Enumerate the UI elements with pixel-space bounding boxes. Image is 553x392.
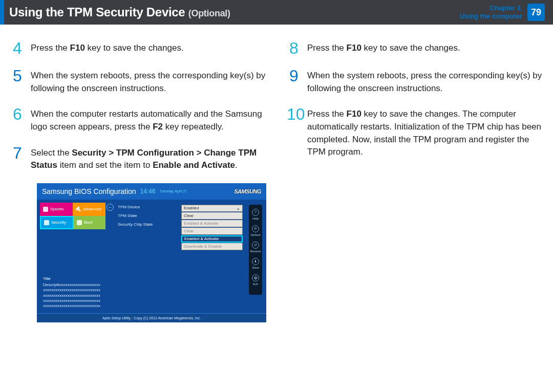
bios-screenshot: Samsung BIOS Configuration 14:46 Tuesday… xyxy=(37,183,266,322)
desc-body: Descriptionxxxxxxxxxxxxxxxxxx xxxxxxxxxx… xyxy=(43,282,100,309)
page-number-badge: 79 xyxy=(527,4,545,21)
power-icon xyxy=(77,220,82,225)
side-label: Restore xyxy=(250,250,261,253)
save-icon[interactable]: ⬇ xyxy=(252,258,259,265)
bios-footer: Aptio Setup Utility - Copy (C) 2012 Amer… xyxy=(37,313,266,322)
exit-icon[interactable]: ⏻ xyxy=(252,274,259,281)
step-7: 7 Select the Security > TPM Configuratio… xyxy=(10,145,266,172)
page-title: Using the TPM Security Device (Optional) xyxy=(4,5,230,19)
tab-label: SysInfo xyxy=(50,207,64,211)
bios-time: 14:46 xyxy=(140,188,156,195)
step-number: 9 xyxy=(287,68,301,95)
side-label: Help xyxy=(252,217,259,220)
label-chip-state: Security Chip State xyxy=(118,222,153,227)
title-subtitle: (Optional) xyxy=(188,8,230,18)
step-10: 10 Press the F10 key to save the changes… xyxy=(287,106,543,159)
restore-icon[interactable]: ↺ xyxy=(252,242,259,249)
lock-icon xyxy=(44,220,49,225)
chapter-title: Using the computer xyxy=(460,12,522,20)
title-main: Using the TPM Security Device xyxy=(9,5,185,19)
step-text: When the system reboots, press the corre… xyxy=(31,68,266,95)
step-text: When the system reboots, press the corre… xyxy=(307,68,543,95)
side-label: Save xyxy=(252,266,259,269)
field-values: Enabled ⌄ Clear Enabled & Activate Clear… xyxy=(181,205,243,295)
step-number: 6 xyxy=(10,106,25,133)
tab-label: Boot xyxy=(84,220,92,225)
label-tpm-state: TPM State xyxy=(118,213,153,218)
help-icon[interactable]: ? xyxy=(252,209,259,216)
bios-side-toolbar: ?Help ⟳Default ↺Restore ⬇Save ⏻Exit xyxy=(249,205,262,295)
step-6: 6 When the computer restarts automatical… xyxy=(10,106,266,133)
step-text: Select the Security > TPM Configuration … xyxy=(31,145,266,172)
back-icon[interactable]: ← xyxy=(107,204,114,211)
field-labels: TPM Device TPM State Security Chip State xyxy=(118,205,153,295)
chapter-info: Chapter 3. Using the computer xyxy=(460,4,522,20)
tpm-device-select[interactable]: Enabled ⌄ xyxy=(181,205,243,212)
chapter-number: Chapter 3. xyxy=(460,4,522,12)
step-8: 8 Press the F10 key to save the changes. xyxy=(287,40,543,56)
bios-description: Title Descriptionxxxxxxxxxxxxxxxxxx xxxx… xyxy=(43,276,100,309)
tab-sysinfo[interactable]: SysInfo xyxy=(40,203,73,216)
chevron-down-icon: ⌄ xyxy=(236,205,240,211)
step-4: 4 Press the F10 key to save the changes. xyxy=(10,40,266,56)
tab-boot[interactable]: Boot xyxy=(74,216,105,229)
step-number: 5 xyxy=(10,68,25,95)
dropdown-item[interactable]: Clear xyxy=(181,212,243,220)
side-label: Default xyxy=(250,233,260,236)
step-text: Press the F10 key to save the changes. T… xyxy=(307,106,543,159)
select-value: Enabled xyxy=(184,206,199,210)
wrench-icon xyxy=(76,207,81,212)
label-tpm-device: TPM Device xyxy=(118,205,153,209)
step-9: 9 When the system reboots, press the cor… xyxy=(287,68,543,95)
step-5: 5 When the system reboots, press the cor… xyxy=(10,68,266,95)
step-text: Press the F10 key to save the changes. xyxy=(31,40,184,56)
dropdown-item[interactable]: Enabled & Activate xyxy=(181,220,243,227)
home-icon xyxy=(43,207,48,212)
tab-advanced[interactable]: Advanced xyxy=(73,203,105,216)
tab-label: Security xyxy=(51,220,66,225)
step-number: 8 xyxy=(287,40,301,56)
bios-main-panel: ← TPM Device TPM State Security Chip Sta… xyxy=(108,203,263,295)
step-number: 10 xyxy=(287,106,301,159)
bios-date: Tuesday, April 27 xyxy=(160,189,187,193)
desc-title: Title xyxy=(43,276,100,281)
right-column: 8 Press the F10 key to save the changes.… xyxy=(287,40,543,322)
dropdown-item-selected[interactable]: Enabled & Activate xyxy=(181,235,243,243)
left-column: 4 Press the F10 key to save the changes.… xyxy=(10,40,266,322)
step-number: 7 xyxy=(10,145,25,172)
step-number: 4 xyxy=(10,40,25,56)
content-area: 4 Press the F10 key to save the changes.… xyxy=(0,25,553,322)
side-label: Exit xyxy=(253,282,258,286)
step-text: Press the F10 key to save the changes. xyxy=(307,40,460,56)
samsung-logo: SAMSUNG xyxy=(234,188,261,194)
dropdown-item[interactable]: Deactivate & Disable xyxy=(181,243,243,250)
bios-titlebar: Samsung BIOS Configuration 14:46 Tuesday… xyxy=(37,183,266,200)
tab-label: Advanced xyxy=(83,207,101,211)
dropdown-item[interactable]: Clear xyxy=(181,228,243,235)
bios-title: Samsung BIOS Configuration xyxy=(42,187,136,195)
step-text: When the computer restarts automatically… xyxy=(31,106,266,133)
page-header: Using the TPM Security Device (Optional)… xyxy=(0,0,553,25)
default-icon[interactable]: ⟳ xyxy=(252,225,259,232)
tab-security[interactable]: Security xyxy=(40,216,74,229)
